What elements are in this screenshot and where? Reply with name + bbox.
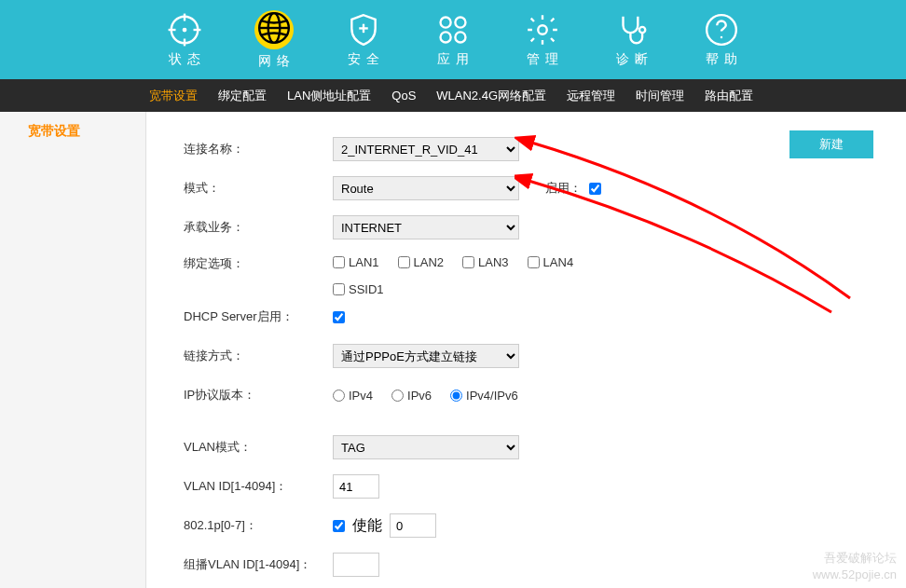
subnav-bind[interactable]: 绑定配置 xyxy=(218,88,267,104)
checkbox-enable[interactable] xyxy=(589,183,601,195)
subnav-remote[interactable]: 远程管理 xyxy=(567,88,615,104)
label-8021p-enable: 使能 xyxy=(352,516,382,536)
select-mode[interactable]: Route xyxy=(333,176,519,200)
svg-point-13 xyxy=(441,32,451,42)
content: 新建 连接名称： 2_INTERNET_R_VID_41 模式： Route 启… xyxy=(146,112,906,588)
top-nav: 状态 网络 安全 应用 管理 诊断 帮助 xyxy=(0,0,906,79)
sub-nav: 宽带设置 绑定配置 LAN侧地址配置 QoS WLAN2.4G网络配置 远程管理… xyxy=(0,79,906,112)
checkbox-ssid1[interactable] xyxy=(333,283,345,295)
radio-ipv6[interactable] xyxy=(391,390,404,402)
input-multivlan[interactable] xyxy=(333,553,379,577)
stethoscope-icon xyxy=(614,12,650,48)
nav-label: 诊断 xyxy=(587,51,677,68)
nav-label: 帮助 xyxy=(677,51,766,68)
sidebar-broadband[interactable]: 宽带设置 xyxy=(0,112,145,151)
radio-ipv4ipv6[interactable] xyxy=(450,390,462,402)
select-vlanmode[interactable]: TAG xyxy=(333,435,519,459)
svg-point-14 xyxy=(455,32,465,42)
label-service: 承载业务： xyxy=(184,219,333,236)
subnav-route[interactable]: 路由配置 xyxy=(705,88,753,104)
nav-help[interactable]: 帮助 xyxy=(677,12,766,68)
apps-icon xyxy=(435,12,471,48)
input-vlanid[interactable] xyxy=(333,474,379,499)
nav-security[interactable]: 安全 xyxy=(319,12,408,68)
watermark: 吾爱破解论坛 www.52pojie.cn xyxy=(813,550,897,583)
subnav-lan[interactable]: LAN侧地址配置 xyxy=(287,88,371,104)
nav-network[interactable]: 网络 xyxy=(229,10,319,70)
checkbox-lan4[interactable] xyxy=(528,256,540,268)
checkbox-dhcp[interactable] xyxy=(333,311,345,323)
checkbox-lan2[interactable] xyxy=(398,256,410,268)
label-bind: 绑定选项： xyxy=(184,255,333,272)
svg-point-15 xyxy=(538,25,547,34)
select-service[interactable]: INTERNET xyxy=(333,215,519,239)
gear-icon xyxy=(525,12,560,48)
nav-diag[interactable]: 诊断 xyxy=(587,12,677,68)
globe-icon xyxy=(256,10,292,46)
select-conn-name[interactable]: 2_INTERNET_R_VID_41 xyxy=(333,137,519,161)
svg-point-12 xyxy=(455,17,465,27)
subnav-wlan[interactable]: WLAN2.4G网络配置 xyxy=(436,88,546,104)
label-enable: 启用： xyxy=(545,180,582,197)
label-mode: 模式： xyxy=(184,180,333,197)
nav-label: 状态 xyxy=(140,51,229,68)
subnav-time[interactable]: 时间管理 xyxy=(636,88,684,104)
nav-label: 安全 xyxy=(319,51,408,68)
nav-label: 管理 xyxy=(498,51,587,68)
label-dhcp: DHCP Server启用： xyxy=(184,308,333,325)
nav-status[interactable]: 状态 xyxy=(140,12,229,68)
checkbox-lan1[interactable] xyxy=(333,256,345,268)
label-vlanid: VLAN ID[1-4094]： xyxy=(184,478,333,495)
nav-label: 网络 xyxy=(229,53,319,70)
checkbox-8021p-enable[interactable] xyxy=(333,520,345,532)
checkbox-lan3[interactable] xyxy=(462,256,474,268)
subnav-broadband[interactable]: 宽带设置 xyxy=(149,88,198,104)
help-icon xyxy=(704,12,739,48)
svg-point-16 xyxy=(639,26,645,32)
label-link: 链接方式： xyxy=(184,348,333,364)
input-8021p[interactable] xyxy=(390,513,436,538)
nav-label: 应用 xyxy=(408,51,498,68)
label-ipproto: IP协议版本： xyxy=(184,387,333,403)
subnav-qos[interactable]: QoS xyxy=(391,89,416,103)
globe-icon-highlight xyxy=(254,10,294,49)
label-8021p: 802.1p[0-7]： xyxy=(184,517,333,534)
crosshair-icon xyxy=(167,12,202,48)
svg-point-5 xyxy=(183,27,187,32)
label-vlanmode: VLAN模式： xyxy=(184,439,333,456)
shield-icon xyxy=(346,12,381,48)
new-button[interactable]: 新建 xyxy=(789,130,873,158)
nav-manage[interactable]: 管理 xyxy=(498,12,587,68)
svg-point-18 xyxy=(721,35,723,38)
label-conn-name: 连接名称： xyxy=(184,141,333,157)
svg-point-11 xyxy=(441,17,451,27)
radio-ipv4[interactable] xyxy=(333,390,345,402)
nav-app[interactable]: 应用 xyxy=(408,12,498,68)
sidebar: 宽带设置 xyxy=(0,112,146,588)
main-area: 宽带设置 新建 连接名称： 2_INTERNET_R_VID_41 模式： Ro… xyxy=(0,112,906,588)
select-link[interactable]: 通过PPPoE方式建立链接 xyxy=(333,344,519,368)
label-multivlan: 组播VLAN ID[1-4094]： xyxy=(184,556,333,573)
